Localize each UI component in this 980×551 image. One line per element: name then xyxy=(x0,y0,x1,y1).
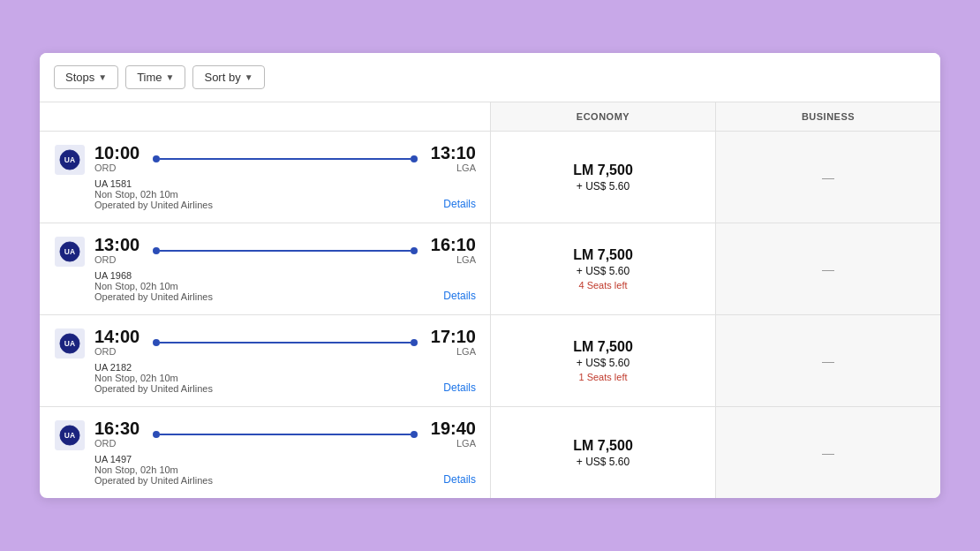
route-dot-right xyxy=(411,431,418,438)
arrive-time: 13:10 xyxy=(423,144,476,162)
depart-time-block: 10:00 ORD xyxy=(94,144,147,173)
business-dash: — xyxy=(822,354,834,368)
economy-miles: LM 7,500 xyxy=(573,339,633,355)
business-price-cell: — xyxy=(715,223,940,314)
depart-time: 16:30 xyxy=(94,419,147,437)
depart-time: 10:00 xyxy=(94,144,147,162)
operator: Operated by United Airlines xyxy=(94,475,213,486)
flight-info-cell: UA 10:00 ORD 13:10 LGA xyxy=(40,132,490,223)
table-row: UA 10:00 ORD 13:10 LGA xyxy=(40,132,940,223)
business-dash: — xyxy=(822,446,834,460)
flight-info-cell: UA 14:00 ORD 17:10 LGA xyxy=(40,315,490,406)
airline-logo: UA xyxy=(54,328,86,359)
meta-and-details: UA 2182 Non Stop, 02h 10m Operated by Un… xyxy=(94,362,476,394)
business-price-cell: — xyxy=(715,315,940,406)
time-route-wrap: 10:00 ORD 13:10 LGA UA 1581 xyxy=(94,144,476,210)
stops-filter-label: Stops xyxy=(65,71,94,84)
time-chevron-icon: ▼ xyxy=(166,72,175,82)
flight-number: UA 1497 xyxy=(94,454,213,464)
sort-filter-button[interactable]: Sort by ▼ xyxy=(192,65,264,89)
depart-airport: ORD xyxy=(94,346,147,357)
route-dot-right xyxy=(411,247,418,254)
meta-and-details: UA 1497 Non Stop, 02h 10m Operated by Un… xyxy=(94,454,476,486)
flight-number: UA 1968 xyxy=(94,270,213,281)
operator: Operated by United Airlines xyxy=(94,383,213,394)
business-dash: — xyxy=(822,170,834,185)
economy-usd: + US$ 5.60 xyxy=(577,456,629,468)
details-link[interactable]: Details xyxy=(443,198,476,210)
svg-text:UA: UA xyxy=(64,431,75,440)
details-link[interactable]: Details xyxy=(443,381,476,394)
filter-bar: Stops ▼ Time ▼ Sort by ▼ xyxy=(40,53,940,102)
stops-duration: Non Stop, 02h 10m xyxy=(94,464,213,475)
sort-filter-label: Sort by xyxy=(204,71,240,84)
business-price-cell: — xyxy=(715,132,940,223)
details-link[interactable]: Details xyxy=(443,473,476,486)
depart-time: 14:00 xyxy=(94,328,147,345)
svg-text:UA: UA xyxy=(64,155,75,164)
table-header: ECONOMY BUSINESS xyxy=(40,102,940,132)
meta-and-details: UA 1581 Non Stop, 02h 10m Operated by Un… xyxy=(94,178,476,210)
business-price-cell: — xyxy=(715,407,940,498)
flights-card: Stops ▼ Time ▼ Sort by ▼ ECONOMY BUSINES… xyxy=(40,53,940,498)
table-row: UA 14:00 ORD 17:10 LGA xyxy=(40,315,940,407)
economy-usd: + US$ 5.60 xyxy=(577,357,629,369)
airline-logo: UA xyxy=(54,419,86,451)
stops-chevron-icon: ▼ xyxy=(98,72,107,82)
economy-miles: LM 7,500 xyxy=(573,438,633,454)
arrive-time: 16:10 xyxy=(423,236,476,253)
details-link[interactable]: Details xyxy=(443,290,476,302)
route-dot-right xyxy=(411,155,418,162)
economy-usd: + US$ 5.60 xyxy=(577,180,629,192)
stops-filter-button[interactable]: Stops ▼ xyxy=(54,65,118,89)
svg-text:UA: UA xyxy=(64,247,75,256)
time-filter-button[interactable]: Time ▼ xyxy=(125,65,185,89)
operator: Operated by United Airlines xyxy=(94,200,213,210)
airline-logo: UA xyxy=(54,144,86,176)
economy-miles: LM 7,500 xyxy=(573,162,633,178)
arrive-time-block: 19:40 LGA xyxy=(423,419,476,449)
time-row: 14:00 ORD 17:10 LGA xyxy=(94,328,476,357)
flight-meta: UA 1497 Non Stop, 02h 10m Operated by Un… xyxy=(94,454,213,486)
arrive-time-block: 16:10 LGA xyxy=(423,236,476,265)
depart-airport: ORD xyxy=(94,254,147,265)
seats-left: 1 Seats left xyxy=(578,372,627,382)
stops-duration: Non Stop, 02h 10m xyxy=(94,281,213,291)
economy-price-cell: LM 7,500 + US$ 5.60 xyxy=(490,132,715,223)
time-filter-label: Time xyxy=(137,71,162,84)
flight-info-cell: UA 16:30 ORD 19:40 LGA xyxy=(40,407,490,498)
time-route-wrap: 16:30 ORD 19:40 LGA UA 1497 xyxy=(94,419,476,486)
business-col-header: BUSINESS xyxy=(715,102,940,131)
route-line-hr xyxy=(160,434,411,435)
flights-list: UA 10:00 ORD 13:10 LGA xyxy=(40,132,940,498)
flight-col-header xyxy=(40,102,490,131)
route-line xyxy=(147,155,423,162)
arrive-time-block: 17:10 LGA xyxy=(423,328,476,357)
depart-time: 13:00 xyxy=(94,236,147,253)
flight-number: UA 1581 xyxy=(94,178,213,189)
arrive-time: 17:10 xyxy=(423,328,476,345)
stops-duration: Non Stop, 02h 10m xyxy=(94,373,213,383)
flight-meta: UA 1968 Non Stop, 02h 10m Operated by Un… xyxy=(94,270,213,302)
depart-airport: ORD xyxy=(94,438,147,449)
depart-time-block: 14:00 ORD xyxy=(94,328,147,357)
time-row: 10:00 ORD 13:10 LGA xyxy=(94,144,476,173)
time-route-wrap: 14:00 ORD 17:10 LGA UA 2182 xyxy=(94,328,476,394)
table-row: UA 13:00 ORD 16:10 LGA xyxy=(40,223,940,315)
economy-price-cell: LM 7,500 + US$ 5.60 xyxy=(490,407,715,498)
route-line-hr xyxy=(160,250,411,252)
route-dot-left xyxy=(153,247,160,254)
arrive-time-block: 13:10 LGA xyxy=(423,144,476,173)
time-row: 13:00 ORD 16:10 LGA xyxy=(94,236,476,265)
depart-time-block: 13:00 ORD xyxy=(94,236,147,265)
economy-price-cell: LM 7,500 + US$ 5.60 1 Seats left xyxy=(490,315,715,406)
route-dot-left xyxy=(153,339,160,346)
arrive-time: 19:40 xyxy=(423,419,476,437)
depart-time-block: 16:30 ORD xyxy=(94,419,147,449)
arrive-airport: LGA xyxy=(423,438,476,449)
meta-and-details: UA 1968 Non Stop, 02h 10m Operated by Un… xyxy=(94,270,476,302)
economy-usd: + US$ 5.60 xyxy=(577,265,629,277)
seats-left: 4 Seats left xyxy=(578,280,627,291)
flight-meta: UA 2182 Non Stop, 02h 10m Operated by Un… xyxy=(94,362,213,394)
flight-number: UA 2182 xyxy=(94,362,213,373)
